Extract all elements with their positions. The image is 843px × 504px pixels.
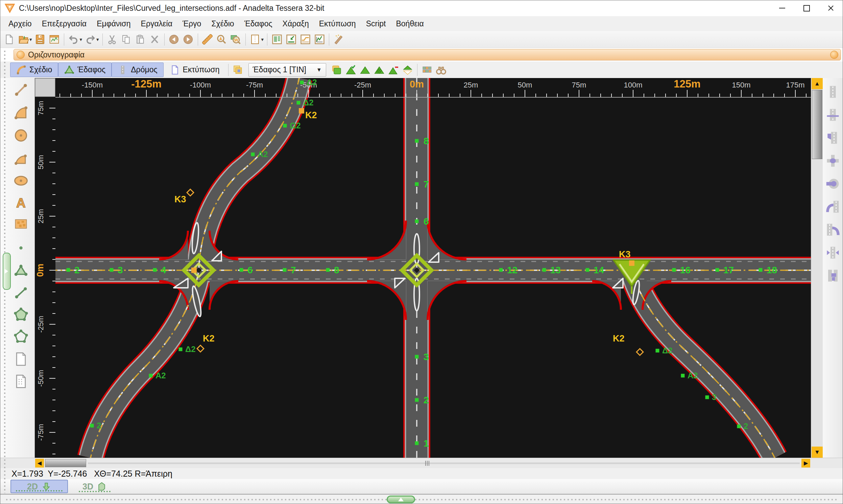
- road-crossing-tool[interactable]: [825, 107, 841, 123]
- scroll-right-button[interactable]: ▶: [802, 459, 810, 468]
- horizontal-scroll-track[interactable]: [88, 463, 800, 464]
- menu-item-Χάραξη[interactable]: Χάραξη: [278, 18, 314, 30]
- delete-button[interactable]: [148, 32, 162, 47]
- tri-nodes-tool[interactable]: [12, 261, 31, 280]
- measure-button[interactable]: [200, 32, 215, 47]
- curve-join-right-tool[interactable]: [825, 222, 841, 237]
- menu-item-Αρχείο[interactable]: Αρχείο: [3, 18, 37, 30]
- junction-roundabout-tool[interactable]: [825, 153, 841, 168]
- dropdown-arrow-icon[interactable]: ▾: [30, 36, 32, 42]
- save-button[interactable]: [33, 32, 47, 47]
- scroll-left-button[interactable]: ◀: [35, 459, 44, 468]
- project-window-button[interactable]: [47, 32, 62, 47]
- arc2-tool[interactable]: [12, 150, 31, 168]
- ellipse-tool[interactable]: [12, 171, 31, 190]
- zoom-window-button[interactable]: W: [229, 32, 243, 47]
- menu-item-Εργαλεία[interactable]: Εργαλεία: [136, 18, 177, 30]
- mode-button-Εκτύπωση[interactable]: Εκτύπωση: [163, 62, 226, 77]
- road-endpoints-tool[interactable]: [825, 245, 841, 260]
- svg-text:A: A: [16, 196, 26, 210]
- terrain-minus-button[interactable]: [386, 63, 401, 77]
- pane-splitter-handle[interactable]: [425, 461, 429, 466]
- menu-item-Βοήθεια[interactable]: Βοήθεια: [391, 18, 428, 30]
- terrain-hatch-button[interactable]: [372, 63, 386, 77]
- cut-button[interactable]: [105, 32, 119, 47]
- dropdown-arrow-icon[interactable]: ▾: [80, 36, 83, 42]
- roundabout-tool[interactable]: [825, 176, 841, 192]
- vertical-scrollbar[interactable]: ▲ ▼: [811, 78, 823, 458]
- hatch-tool[interactable]: [12, 215, 31, 233]
- poly-outline-tool[interactable]: [12, 327, 31, 346]
- view-section-button[interactable]: [298, 32, 312, 47]
- menu-item-Έδαφος[interactable]: Έδαφος: [239, 18, 278, 30]
- close-button[interactable]: [819, 0, 843, 16]
- mode-button-Έδαφος[interactable]: Έδαφος: [58, 62, 111, 77]
- arc-tool[interactable]: [12, 103, 31, 122]
- text-tool[interactable]: A: [12, 194, 31, 213]
- point-tool[interactable]: [12, 238, 31, 257]
- menu-item-Έργο[interactable]: Έργο: [177, 18, 206, 30]
- svg-text:K2: K2: [203, 334, 215, 344]
- zoom-point-button[interactable]: [215, 32, 229, 47]
- split-view-button[interactable]: [248, 32, 262, 47]
- view-diagram-button[interactable]: [312, 32, 327, 47]
- page-dotted-tool[interactable]: [12, 372, 31, 391]
- svg-text:7: 7: [423, 179, 429, 190]
- svg-text:100m: 100m: [624, 81, 642, 89]
- redo-button[interactable]: [83, 32, 97, 47]
- copy-button[interactable]: [119, 32, 134, 47]
- dropdown-arrow-icon[interactable]: ▾: [96, 36, 99, 42]
- surface-select[interactable]: Έδαφος 1 [TIN]▼: [248, 63, 326, 77]
- main-toolbar: ▾▾▾W▾: [0, 31, 843, 48]
- terrain-copy-button[interactable]: [330, 63, 344, 77]
- dropdown-arrow-icon[interactable]: ▾: [261, 36, 264, 42]
- maximize-button[interactable]: [794, 0, 819, 16]
- panel-collapse-button[interactable]: [830, 51, 838, 59]
- terrain-check-button[interactable]: [344, 63, 358, 77]
- road-bay-tool[interactable]: [825, 268, 841, 284]
- tab-3d[interactable]: 3D: [74, 480, 115, 493]
- curve-join-left-tool[interactable]: [825, 199, 841, 215]
- menu-item-Εκτύπωση[interactable]: Εκτύπωση: [314, 18, 361, 30]
- circle-tool[interactable]: [12, 126, 31, 145]
- horizontal-scroll-thumb[interactable]: [45, 459, 86, 467]
- mode-button-Δρόμος[interactable]: Δρόμος: [111, 62, 163, 77]
- tab-2d[interactable]: 2D: [11, 480, 68, 493]
- line-tool[interactable]: [12, 80, 31, 99]
- terrain-updown-button[interactable]: [401, 63, 415, 77]
- horizontal-scrollbar[interactable]: ◀ ▶: [0, 458, 843, 468]
- magic-wand-button[interactable]: [332, 32, 346, 47]
- bottom-panel-handle[interactable]: [387, 496, 415, 503]
- binoculars-button[interactable]: [434, 63, 448, 77]
- road-branch-tool[interactable]: [825, 130, 841, 146]
- segment-tool[interactable]: [12, 283, 31, 302]
- menu-item-Script[interactable]: Script: [361, 18, 391, 30]
- left-panel-handle[interactable]: [3, 253, 11, 290]
- layers-button[interactable]: [231, 63, 245, 77]
- view-list-button[interactable]: [270, 32, 284, 47]
- svg-text:3: 3: [423, 352, 429, 362]
- svg-text:A2: A2: [156, 371, 166, 380]
- vertical-scroll-thumb[interactable]: [812, 90, 822, 159]
- grid-cells-button[interactable]: [420, 63, 434, 77]
- road-segment-tool[interactable]: [825, 84, 841, 100]
- drawing-canvas[interactable]: -150m-125m-100m-75m-50m-25m0m25m50m75m10…: [35, 78, 811, 458]
- view-enter-button[interactable]: [284, 32, 298, 47]
- nav-forward-button[interactable]: [181, 32, 195, 47]
- menu-item-Εμφάνιση[interactable]: Εμφάνιση: [92, 18, 136, 30]
- poly-fill-tool[interactable]: [12, 305, 31, 324]
- minimize-button[interactable]: [770, 0, 794, 16]
- svg-text:2: 2: [744, 421, 748, 431]
- scroll-down-button[interactable]: ▼: [811, 447, 823, 458]
- page-tool[interactable]: [12, 349, 31, 368]
- scroll-up-button[interactable]: ▲: [811, 78, 823, 89]
- undo-button[interactable]: [67, 32, 81, 47]
- menu-item-Επεξεργασία[interactable]: Επεξεργασία: [37, 18, 92, 30]
- open-folder-button[interactable]: [16, 32, 31, 47]
- terrain-plain-button[interactable]: [358, 63, 372, 77]
- paste-button[interactable]: [134, 32, 148, 47]
- menu-item-Σχέδιο[interactable]: Σχέδιο: [206, 18, 239, 30]
- mode-button-Σχέδιο[interactable]: Σχέδιο: [10, 62, 58, 77]
- new-file-button[interactable]: [2, 32, 16, 47]
- nav-back-button[interactable]: [167, 32, 181, 47]
